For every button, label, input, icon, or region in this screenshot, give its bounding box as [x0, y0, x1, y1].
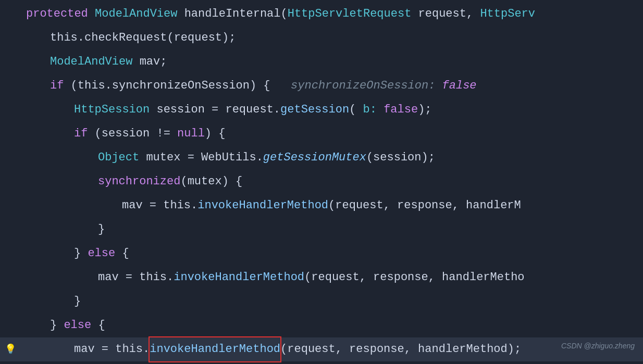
code-line: synchronized(mutex) { — [0, 170, 643, 194]
code-line: } — [0, 290, 643, 313]
code-token: ModelAndView — [95, 2, 177, 26]
code-token: } — [74, 290, 81, 313]
code-line: Object mutex = WebUtils.getSessionMutex(… — [0, 146, 643, 170]
watermark: CSDN @zhiguo.zheng — [561, 334, 635, 358]
code-token: invokeHandlerMethod — [197, 194, 328, 218]
code-token: ( — [349, 98, 363, 122]
code-token: invokeHandlerMethod — [150, 337, 280, 361]
code-token: } — [50, 313, 64, 337]
code-token: (this. — [64, 74, 112, 98]
code-token: } — [50, 361, 57, 364]
code-token: (session); — [366, 146, 435, 170]
code-token: getSessionMutex — [263, 146, 366, 170]
code-token: mav = this. — [122, 194, 197, 218]
code-token: ) { — [250, 74, 291, 98]
code-token: b: — [363, 98, 377, 122]
code-token: .checkRequest(request); — [78, 26, 236, 50]
code-editor: protected ModelAndView handleInternal(Ht… — [0, 0, 643, 364]
code-line: } — [0, 361, 643, 364]
bulb-icon: 💡 — [5, 337, 16, 361]
code-token: (session != — [88, 122, 177, 146]
line-gutter: 💡 — [0, 337, 21, 361]
code-token: mav = this. — [74, 337, 150, 361]
code-token: (request, response, handlerMetho — [304, 266, 524, 290]
code-token: synchronizeOnSession: — [291, 74, 442, 98]
code-line: this.checkRequest(request); — [0, 26, 643, 50]
code-token: ); — [418, 98, 431, 122]
code-line: if (this.synchronizeOnSession) { synchro… — [0, 74, 643, 98]
code-token: mav; — [132, 50, 167, 74]
code-token: { — [115, 242, 129, 266]
code-line: 💡mav = this.invokeHandlerMethod(request,… — [0, 337, 643, 361]
code-token: HttpServletRequest — [288, 2, 412, 26]
code-token: } — [74, 242, 88, 266]
code-line: ModelAndView mav; — [0, 50, 643, 74]
code-token: synchronizeOnSession — [112, 74, 250, 98]
code-token: mutex = WebUtils. — [139, 146, 263, 170]
code-token: mav = this. — [98, 266, 174, 290]
code-line: if (session != null) { — [0, 122, 643, 146]
code-token: ModelAndView — [50, 50, 132, 74]
code-line: protected ModelAndView handleInternal(Ht… — [0, 2, 643, 26]
code-token: handleInternal( — [177, 2, 287, 26]
code-token: request, — [411, 2, 480, 26]
code-token: null — [177, 122, 205, 146]
code-line: } else { — [0, 242, 643, 266]
code-token: false — [384, 98, 418, 122]
code-token: protected — [26, 2, 95, 26]
code-token: Object — [98, 146, 139, 170]
code-token: HttpSession — [74, 98, 150, 122]
code-line: } else { — [0, 313, 643, 337]
code-line: } — [0, 218, 643, 242]
code-token: HttpServ — [480, 2, 535, 26]
code-token — [377, 98, 384, 122]
code-token: session = request. — [150, 98, 280, 122]
code-token: false — [442, 74, 477, 98]
code-token: (request, response, handlerM — [328, 194, 521, 218]
code-token: } — [98, 218, 105, 242]
code-token: if — [74, 122, 88, 146]
code-token: (request, response, handlerMethod); — [280, 337, 521, 361]
code-token: invokeHandlerMethod — [174, 266, 304, 290]
code-token: this — [50, 26, 78, 50]
code-token: if — [50, 74, 64, 98]
code-line: mav = this.invokeHandlerMethod(request, … — [0, 194, 643, 218]
code-token: { — [91, 313, 105, 337]
code-line: HttpSession session = request.getSession… — [0, 98, 643, 122]
code-token: else — [88, 242, 115, 266]
code-line: mav = this.invokeHandlerMethod(request, … — [0, 266, 643, 290]
code-token: getSession — [280, 98, 349, 122]
code-token: (mutex) { — [180, 170, 242, 194]
code-token: ) { — [205, 122, 226, 146]
code-token: else — [64, 313, 91, 337]
code-token: synchronized — [98, 170, 180, 194]
